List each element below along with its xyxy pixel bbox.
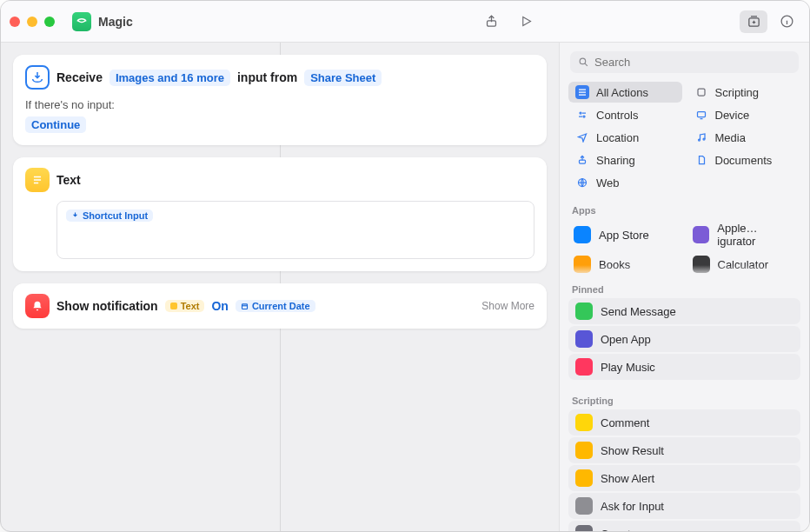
notification-label: Show notification <box>56 299 158 313</box>
pinned-list: Send MessageOpen AppPlay Music <box>560 298 809 389</box>
category-label: Device <box>715 109 750 122</box>
category-media[interactable]: Media <box>687 127 801 148</box>
svg-point-10 <box>703 138 705 140</box>
receive-label: Receive <box>56 70 103 84</box>
category-documents[interactable]: Documents <box>687 150 801 170</box>
pinned-item[interactable]: Open App <box>568 326 800 352</box>
minimize-window-button[interactable] <box>27 17 37 27</box>
svg-point-4 <box>580 58 586 64</box>
app-item[interactable]: Apple…igurator <box>687 219 801 250</box>
app-item[interactable]: Calculator <box>687 253 801 276</box>
app-icon <box>574 256 591 273</box>
app-icon <box>693 226 710 243</box>
category-sharing[interactable]: Sharing <box>568 150 682 170</box>
action-receive[interactable]: Receive Images and 16 more input from Sh… <box>13 55 547 145</box>
item-label: Send Message <box>601 305 676 318</box>
item-label: Ask for Input <box>601 500 664 513</box>
category-scripting[interactable]: Scripting <box>687 82 801 103</box>
run-button[interactable] <box>512 10 540 33</box>
receive-source-token[interactable]: Share Sheet <box>304 70 382 86</box>
app-icon <box>693 256 710 273</box>
category-label: Media <box>715 131 746 144</box>
category-label: Controls <box>596 109 638 122</box>
app-icon <box>575 414 593 431</box>
svg-point-7 <box>583 116 585 117</box>
info-button[interactable] <box>773 10 800 33</box>
receive-types-token[interactable]: Images and 16 more <box>110 70 230 86</box>
scripting-header: Scripting <box>560 389 809 409</box>
close-window-button[interactable] <box>10 17 20 27</box>
category-controls[interactable]: Controls <box>568 104 682 125</box>
apps-list: App StoreApple…iguratorBooksCalculator <box>560 219 809 277</box>
app-item[interactable]: Books <box>568 253 682 276</box>
svg-rect-11 <box>580 160 586 163</box>
scripting-item[interactable]: Comment <box>568 409 800 436</box>
window-controls <box>10 17 55 27</box>
item-label: Count <box>601 528 631 533</box>
receive-mid: input from <box>237 70 297 84</box>
app-icon <box>575 497 593 515</box>
pinned-item[interactable]: Play Music <box>568 354 800 380</box>
device-icon <box>694 108 708 122</box>
category-device[interactable]: Device <box>687 104 801 125</box>
svg-rect-5 <box>698 89 705 96</box>
notify-date-token[interactable]: Current Date <box>236 300 315 312</box>
category-all[interactable]: All Actions <box>568 82 682 103</box>
svg-point-6 <box>580 112 581 114</box>
media-icon <box>694 130 708 144</box>
zoom-window-button[interactable] <box>44 17 55 27</box>
pinned-item[interactable]: Send Message <box>568 298 800 324</box>
svg-point-9 <box>698 139 700 141</box>
action-text[interactable]: Text Shortcut Input <box>13 157 547 271</box>
share-button[interactable] <box>477 10 505 33</box>
action-show-notification[interactable]: Show notification Text On Current Date S… <box>13 283 547 329</box>
location-icon <box>575 130 589 144</box>
notify-text-token[interactable]: Text <box>165 300 205 312</box>
category-label: All Actions <box>596 86 648 99</box>
app-icon <box>72 12 91 31</box>
item-label: Show Result <box>601 444 664 457</box>
search-input[interactable] <box>594 56 791 69</box>
action-library: All ActionsScriptingControlsDeviceLocati… <box>559 43 809 531</box>
category-location[interactable]: Location <box>568 127 682 148</box>
category-label: Sharing <box>596 154 635 167</box>
item-label: Apple…igurator <box>717 222 795 248</box>
search-icon <box>578 57 589 68</box>
scripting-item[interactable]: Show Alert <box>568 465 800 491</box>
search-field[interactable] <box>570 51 799 73</box>
text-input-field[interactable]: Shortcut Input <box>56 201 534 259</box>
show-more-button[interactable]: Show More <box>481 300 534 312</box>
apps-header: Apps <box>560 198 809 219</box>
editor-canvas[interactable]: Receive Images and 16 more input from Sh… <box>1 43 559 531</box>
titlebar: Magic <box>1 1 809 43</box>
app-item[interactable]: App Store <box>568 219 682 250</box>
no-input-action-token[interactable]: Continue <box>25 116 86 133</box>
controls-icon <box>575 108 589 122</box>
text-icon <box>25 168 50 192</box>
notification-icon <box>25 294 50 318</box>
scripting-item[interactable]: Ask for Input <box>568 493 800 519</box>
item-label: Books <box>599 258 630 271</box>
app-icon <box>575 469 593 487</box>
no-input-label: If there's no input: <box>25 98 534 111</box>
scripting-list: CommentShow ResultShow AlertAsk for Inpu… <box>560 409 809 532</box>
scripting-item[interactable]: Count <box>568 521 800 532</box>
text-value-token[interactable]: Shortcut Input <box>66 209 153 222</box>
item-label: Calculator <box>718 258 769 271</box>
category-web[interactable]: Web <box>568 172 682 193</box>
item-label: Open App <box>601 333 651 346</box>
scripting-item[interactable]: Show Result <box>568 437 800 463</box>
app-icon <box>575 330 593 348</box>
library-toggle-button[interactable] <box>740 10 767 33</box>
app-icon <box>575 525 593 532</box>
app-icon <box>575 358 593 376</box>
item-label: App Store <box>599 229 649 242</box>
item-label: Comment <box>601 416 649 429</box>
app-icon <box>574 226 591 243</box>
web-icon <box>575 176 589 190</box>
app-icon <box>575 303 593 320</box>
pinned-header: Pinned <box>560 277 809 298</box>
notify-on-label: On <box>211 299 228 313</box>
shortcut-title: Magic <box>98 15 133 29</box>
category-label: Documents <box>715 154 773 167</box>
